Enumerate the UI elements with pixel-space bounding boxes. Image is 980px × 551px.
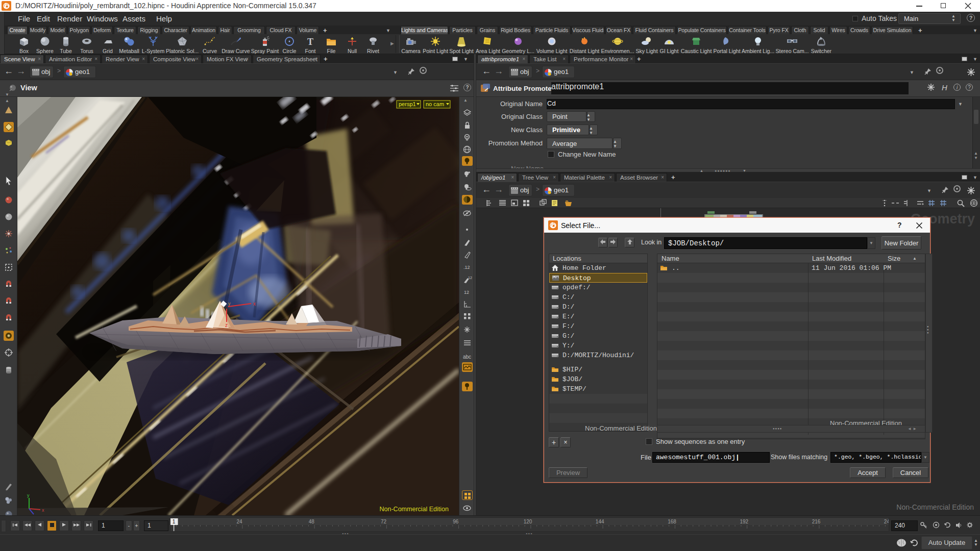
svg-text:12: 12: [468, 276, 472, 280]
svg-text:96: 96: [453, 519, 459, 524]
svg-text:z: z: [34, 515, 36, 515]
svg-text:abc: abc: [463, 354, 471, 360]
svg-text:z: z: [225, 322, 228, 328]
svg-text:Non-Commercial Edition: Non-Commercial Edition: [380, 506, 449, 513]
svg-text:.12: .12: [463, 265, 470, 270]
svg-text:216: 216: [812, 519, 821, 524]
svg-text:12: 12: [464, 290, 469, 295]
svg-text:y: y: [27, 493, 30, 498]
svg-text:72: 72: [381, 519, 387, 524]
svg-text:x: x: [42, 508, 44, 513]
svg-text:240: 240: [884, 519, 889, 524]
svg-text:persp1: persp1: [399, 101, 416, 107]
svg-text:no cam: no cam: [426, 101, 444, 107]
svg-text:120: 120: [524, 519, 532, 524]
svg-text:192: 192: [740, 519, 748, 524]
svg-text:T: T: [307, 37, 313, 47]
svg-text:x: x: [253, 301, 256, 307]
svg-text:y: y: [228, 301, 231, 306]
svg-text:1: 1: [173, 519, 176, 524]
svg-text:48: 48: [309, 519, 315, 524]
svg-text:24: 24: [236, 519, 242, 524]
svg-text:144: 144: [596, 519, 604, 524]
svg-text:168: 168: [668, 519, 676, 524]
